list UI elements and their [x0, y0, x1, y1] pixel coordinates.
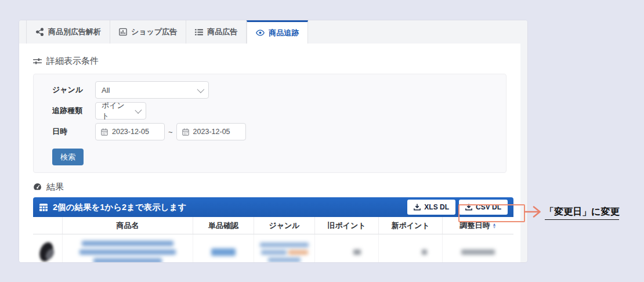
column-header-old-points[interactable]: 旧ポイント: [314, 217, 378, 234]
chevron-down-icon: [135, 106, 142, 113]
results-summary: 2個の結果を1から2まで表示します: [53, 202, 186, 213]
tab-label: ショップ広告: [131, 27, 177, 37]
csv-download-button[interactable]: CSV DL: [459, 200, 508, 215]
tab-product-ad-analysis[interactable]: 商品別広告解析: [26, 20, 110, 44]
genre-label: ジャンル: [52, 85, 95, 95]
results-section-header: 結果: [33, 181, 506, 193]
table-header-row: 商品名 単品確認 ジャンル 旧ポイント 新ポイント 調整日時 ▲▼: [33, 217, 513, 234]
download-icon: [465, 204, 472, 211]
filter-section-header: 詳細表示条件: [33, 55, 506, 67]
table-row: [33, 234, 513, 262]
search-button[interactable]: 検索: [52, 149, 84, 165]
filter-panel: ジャンル All 追跡種類 ポイント 日時 20: [33, 74, 506, 173]
date-range-separator: ~: [168, 128, 173, 136]
results-section-title: 結果: [46, 182, 64, 193]
chevron-down-icon: [197, 85, 205, 93]
redacted-new-points: [422, 250, 427, 255]
tab-label: 商品別広告解析: [48, 27, 101, 37]
csv-download-label: CSV DL: [476, 203, 501, 211]
eye-icon: [256, 29, 265, 37]
product-name-cell: [62, 234, 193, 262]
product-image: [39, 241, 56, 263]
old-points-cell: [314, 234, 378, 262]
redacted-genre-text: [260, 243, 309, 262]
download-icon: [414, 204, 421, 211]
tracking-type-field-row: 追跡種類 ポイント: [52, 102, 506, 120]
adjust-datetime-cell: [442, 234, 513, 262]
annotation-text: 「変更日」に変更: [545, 206, 619, 220]
genre-field-row: ジャンル All: [52, 81, 506, 99]
calendar-icon: [101, 128, 108, 136]
results-header-bar: 2個の結果を1から2まで表示します XLS DL CSV DL: [33, 197, 513, 217]
share-nodes-icon: [35, 28, 44, 36]
date-field-row: 日時 2023-12-05 ~ 2023-12-05: [52, 123, 506, 140]
product-image-cell: [33, 234, 62, 262]
tab-product-ad[interactable]: 商品広告: [186, 20, 247, 44]
redacted-adjust-datetime: [461, 250, 495, 255]
column-header-product-name[interactable]: 商品名: [62, 217, 193, 234]
date-to-value: 2023-12-05: [193, 128, 230, 136]
main-card: 商品別広告解析 ショップ広告 商品広告 商品追跡 詳細表: [19, 20, 527, 262]
new-points-cell: [378, 234, 442, 262]
table-icon: [39, 203, 48, 212]
column-header-genre[interactable]: ジャンル: [254, 217, 314, 234]
tab-shop-ad[interactable]: ショップ広告: [110, 20, 186, 44]
date-from-input[interactable]: 2023-12-05: [95, 123, 165, 140]
date-label: 日時: [52, 126, 95, 137]
tracking-type-label: 追跡種類: [52, 106, 95, 116]
genre-select-value: All: [102, 86, 110, 95]
xls-download-label: XLS DL: [424, 203, 449, 211]
column-header-item-check[interactable]: 単品確認: [193, 217, 254, 234]
redacted-old-points: [353, 250, 361, 255]
item-check-cell: [193, 234, 254, 262]
tab-product-tracking[interactable]: 商品追跡: [247, 20, 308, 44]
column-header-adjust-datetime[interactable]: 調整日時 ▲▼: [442, 217, 513, 234]
tab-content: 詳細表示条件 ジャンル All 追跡種類 ポイント 日時: [19, 44, 520, 262]
annotation-arrow-icon: [524, 205, 545, 218]
sort-icon[interactable]: ▲▼: [493, 223, 497, 229]
tracking-type-select[interactable]: ポイント: [95, 102, 146, 120]
list-icon: [195, 28, 203, 36]
date-from-value: 2023-12-05: [112, 128, 149, 136]
tracking-type-select-value: ポイント: [102, 100, 131, 121]
date-to-input[interactable]: 2023-12-05: [176, 123, 246, 140]
genre-select[interactable]: All: [95, 81, 209, 99]
column-header-new-points[interactable]: 新ポイント: [378, 217, 442, 234]
xls-download-button[interactable]: XLS DL: [407, 200, 455, 215]
filter-section-title: 詳細表示条件: [46, 56, 99, 67]
calendar-icon: [182, 128, 189, 136]
tab-bar: 商品別広告解析 ショップ広告 商品広告 商品追跡: [19, 20, 527, 44]
sliders-icon: [33, 57, 42, 65]
redacted-item-check-badge[interactable]: [211, 248, 236, 256]
gauge-icon: [33, 183, 42, 191]
chart-icon: [119, 28, 127, 36]
results-table: 商品名 単品確認 ジャンル 旧ポイント 新ポイント 調整日時 ▲▼: [33, 217, 513, 262]
genre-cell: [254, 234, 314, 262]
column-header-image: [33, 217, 62, 234]
tab-label: 商品追跡: [269, 28, 299, 38]
tab-label: 商品広告: [207, 27, 237, 37]
redacted-product-name-link[interactable]: [79, 241, 176, 262]
